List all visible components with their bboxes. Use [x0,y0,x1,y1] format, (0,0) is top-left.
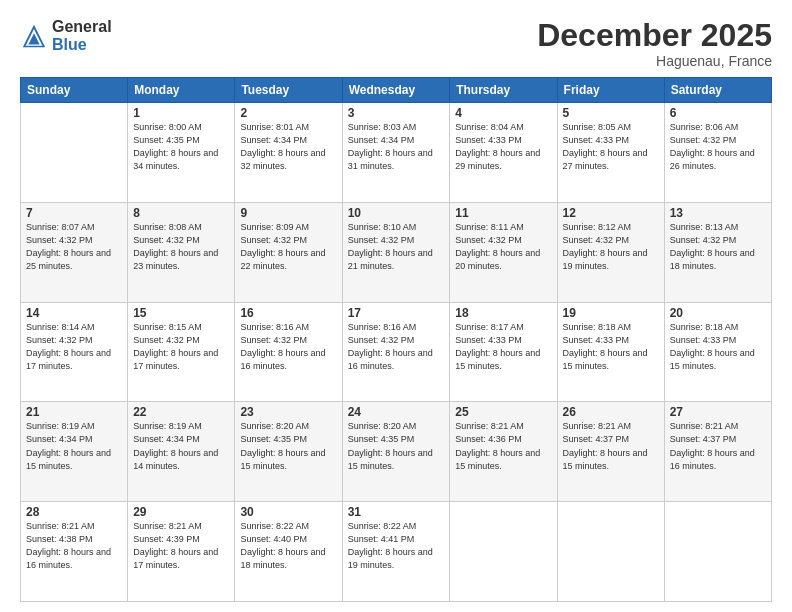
day-number: 28 [26,505,122,519]
day-number: 17 [348,306,445,320]
day-info: Sunrise: 8:12 AM Sunset: 4:32 PM Dayligh… [563,221,659,273]
day-number: 21 [26,405,122,419]
day-info: Sunrise: 8:09 AM Sunset: 4:32 PM Dayligh… [240,221,336,273]
day-number: 24 [348,405,445,419]
title-location: Haguenau, France [537,53,772,69]
day-info: Sunrise: 8:21 AM Sunset: 4:37 PM Dayligh… [670,420,766,472]
day-cell: 26Sunrise: 8:21 AM Sunset: 4:37 PM Dayli… [557,402,664,502]
day-number: 4 [455,106,551,120]
day-info: Sunrise: 8:21 AM Sunset: 4:36 PM Dayligh… [455,420,551,472]
logo: General Blue [20,18,112,53]
day-cell: 8Sunrise: 8:08 AM Sunset: 4:32 PM Daylig… [128,202,235,302]
day-cell: 29Sunrise: 8:21 AM Sunset: 4:39 PM Dayli… [128,502,235,602]
week-row-4: 21Sunrise: 8:19 AM Sunset: 4:34 PM Dayli… [21,402,772,502]
day-info: Sunrise: 8:04 AM Sunset: 4:33 PM Dayligh… [455,121,551,173]
day-cell [557,502,664,602]
day-info: Sunrise: 8:11 AM Sunset: 4:32 PM Dayligh… [455,221,551,273]
day-number: 3 [348,106,445,120]
day-number: 19 [563,306,659,320]
day-info: Sunrise: 8:01 AM Sunset: 4:34 PM Dayligh… [240,121,336,173]
day-cell: 4Sunrise: 8:04 AM Sunset: 4:33 PM Daylig… [450,103,557,203]
day-number: 27 [670,405,766,419]
day-info: Sunrise: 8:03 AM Sunset: 4:34 PM Dayligh… [348,121,445,173]
logo-general-text: General [52,18,112,36]
day-number: 11 [455,206,551,220]
header: General Blue December 2025 Haguenau, Fra… [20,18,772,69]
day-number: 2 [240,106,336,120]
day-info: Sunrise: 8:17 AM Sunset: 4:33 PM Dayligh… [455,321,551,373]
day-number: 12 [563,206,659,220]
day-cell: 12Sunrise: 8:12 AM Sunset: 4:32 PM Dayli… [557,202,664,302]
day-number: 20 [670,306,766,320]
day-info: Sunrise: 8:18 AM Sunset: 4:33 PM Dayligh… [670,321,766,373]
day-number: 30 [240,505,336,519]
week-row-3: 14Sunrise: 8:14 AM Sunset: 4:32 PM Dayli… [21,302,772,402]
day-number: 25 [455,405,551,419]
logo-text: General Blue [52,18,112,53]
day-number: 7 [26,206,122,220]
day-cell [21,103,128,203]
day-info: Sunrise: 8:21 AM Sunset: 4:38 PM Dayligh… [26,520,122,572]
weekday-header-sunday: Sunday [21,78,128,103]
title-month: December 2025 [537,18,772,53]
day-number: 1 [133,106,229,120]
weekday-header-saturday: Saturday [664,78,771,103]
day-info: Sunrise: 8:16 AM Sunset: 4:32 PM Dayligh… [240,321,336,373]
day-cell: 19Sunrise: 8:18 AM Sunset: 4:33 PM Dayli… [557,302,664,402]
day-cell: 5Sunrise: 8:05 AM Sunset: 4:33 PM Daylig… [557,103,664,203]
day-cell: 1Sunrise: 8:00 AM Sunset: 4:35 PM Daylig… [128,103,235,203]
day-cell [450,502,557,602]
day-info: Sunrise: 8:22 AM Sunset: 4:40 PM Dayligh… [240,520,336,572]
weekday-header-thursday: Thursday [450,78,557,103]
weekday-header-friday: Friday [557,78,664,103]
day-info: Sunrise: 8:08 AM Sunset: 4:32 PM Dayligh… [133,221,229,273]
day-info: Sunrise: 8:06 AM Sunset: 4:32 PM Dayligh… [670,121,766,173]
day-info: Sunrise: 8:07 AM Sunset: 4:32 PM Dayligh… [26,221,122,273]
day-cell: 24Sunrise: 8:20 AM Sunset: 4:35 PM Dayli… [342,402,450,502]
day-cell: 18Sunrise: 8:17 AM Sunset: 4:33 PM Dayli… [450,302,557,402]
calendar-header-row: SundayMondayTuesdayWednesdayThursdayFrid… [21,78,772,103]
day-cell: 2Sunrise: 8:01 AM Sunset: 4:34 PM Daylig… [235,103,342,203]
day-info: Sunrise: 8:19 AM Sunset: 4:34 PM Dayligh… [133,420,229,472]
day-cell: 27Sunrise: 8:21 AM Sunset: 4:37 PM Dayli… [664,402,771,502]
day-number: 14 [26,306,122,320]
logo-icon [20,22,48,50]
day-cell: 11Sunrise: 8:11 AM Sunset: 4:32 PM Dayli… [450,202,557,302]
day-number: 8 [133,206,229,220]
day-cell: 10Sunrise: 8:10 AM Sunset: 4:32 PM Dayli… [342,202,450,302]
calendar-table: SundayMondayTuesdayWednesdayThursdayFrid… [20,77,772,602]
page: General Blue December 2025 Haguenau, Fra… [0,0,792,612]
day-cell: 25Sunrise: 8:21 AM Sunset: 4:36 PM Dayli… [450,402,557,502]
day-number: 23 [240,405,336,419]
day-info: Sunrise: 8:00 AM Sunset: 4:35 PM Dayligh… [133,121,229,173]
day-cell: 22Sunrise: 8:19 AM Sunset: 4:34 PM Dayli… [128,402,235,502]
day-cell: 23Sunrise: 8:20 AM Sunset: 4:35 PM Dayli… [235,402,342,502]
day-number: 5 [563,106,659,120]
day-cell: 28Sunrise: 8:21 AM Sunset: 4:38 PM Dayli… [21,502,128,602]
day-number: 6 [670,106,766,120]
day-number: 31 [348,505,445,519]
day-number: 29 [133,505,229,519]
day-number: 10 [348,206,445,220]
day-cell: 13Sunrise: 8:13 AM Sunset: 4:32 PM Dayli… [664,202,771,302]
day-info: Sunrise: 8:18 AM Sunset: 4:33 PM Dayligh… [563,321,659,373]
day-cell: 6Sunrise: 8:06 AM Sunset: 4:32 PM Daylig… [664,103,771,203]
day-info: Sunrise: 8:16 AM Sunset: 4:32 PM Dayligh… [348,321,445,373]
day-cell: 14Sunrise: 8:14 AM Sunset: 4:32 PM Dayli… [21,302,128,402]
weekday-header-tuesday: Tuesday [235,78,342,103]
week-row-5: 28Sunrise: 8:21 AM Sunset: 4:38 PM Dayli… [21,502,772,602]
weekday-header-wednesday: Wednesday [342,78,450,103]
day-cell: 9Sunrise: 8:09 AM Sunset: 4:32 PM Daylig… [235,202,342,302]
day-info: Sunrise: 8:19 AM Sunset: 4:34 PM Dayligh… [26,420,122,472]
day-info: Sunrise: 8:14 AM Sunset: 4:32 PM Dayligh… [26,321,122,373]
day-cell: 21Sunrise: 8:19 AM Sunset: 4:34 PM Dayli… [21,402,128,502]
day-number: 26 [563,405,659,419]
day-cell: 3Sunrise: 8:03 AM Sunset: 4:34 PM Daylig… [342,103,450,203]
day-info: Sunrise: 8:05 AM Sunset: 4:33 PM Dayligh… [563,121,659,173]
day-cell: 17Sunrise: 8:16 AM Sunset: 4:32 PM Dayli… [342,302,450,402]
day-info: Sunrise: 8:20 AM Sunset: 4:35 PM Dayligh… [240,420,336,472]
day-info: Sunrise: 8:10 AM Sunset: 4:32 PM Dayligh… [348,221,445,273]
day-number: 18 [455,306,551,320]
day-cell: 16Sunrise: 8:16 AM Sunset: 4:32 PM Dayli… [235,302,342,402]
title-block: December 2025 Haguenau, France [537,18,772,69]
